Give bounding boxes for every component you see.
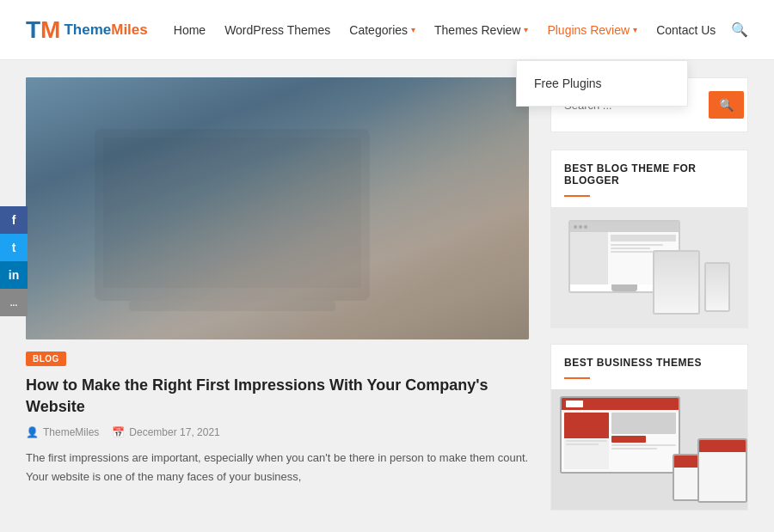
business-tablet: [697, 438, 747, 503]
facebook-button[interactable]: f: [0, 206, 28, 234]
chevron-down-icon: ▾: [411, 25, 415, 34]
search-button[interactable]: 🔍: [709, 91, 744, 119]
nav-categories[interactable]: Categories: [349, 23, 408, 37]
nav-themes-review[interactable]: Themes Review: [434, 23, 520, 37]
svg-rect-3: [129, 301, 335, 311]
blog-theme-widget: BEST BLOG THEME FOR BLOGGER: [550, 150, 748, 328]
twitter-button[interactable]: t: [0, 234, 28, 261]
dropdown-free-plugins[interactable]: Free Plugins: [517, 68, 687, 99]
nav-home[interactable]: Home: [174, 23, 206, 37]
post-excerpt: The first impressions are important, esp…: [26, 449, 529, 486]
post-date: 📅 December 17, 2021: [112, 426, 219, 438]
business-mock: [551, 389, 747, 510]
post-category-badge[interactable]: BLOG: [26, 352, 66, 366]
nav-contact-us[interactable]: Contact Us: [656, 23, 716, 37]
mockup-phone: [704, 262, 730, 312]
main-content: BLOG How to Make the Right First Impress…: [26, 77, 529, 515]
mockup-tablet: [653, 250, 700, 315]
logo-text: ThemeMiles: [64, 21, 147, 39]
logo[interactable]: TM ThemeMiles: [26, 18, 148, 42]
svg-rect-2: [103, 138, 361, 288]
nav-themes-review-dropdown[interactable]: Themes Review ▾: [434, 23, 528, 37]
logo-m: M: [40, 16, 60, 43]
chevron-down-icon: ▾: [524, 25, 528, 34]
nav-wordpress-themes[interactable]: WordPress Themes: [224, 23, 330, 37]
main-wrapper: BLOG How to Make the Right First Impress…: [0, 60, 774, 532]
nav-plugins-review-dropdown[interactable]: Plugins Review ▾: [547, 23, 637, 37]
chevron-down-icon: ▾: [633, 25, 637, 34]
calendar-icon: 📅: [112, 426, 125, 438]
featured-image: [26, 77, 529, 339]
blog-theme-image[interactable]: [551, 207, 747, 327]
linkedin-button[interactable]: in: [0, 261, 28, 289]
post-title: How to Make the Right First Impressions …: [26, 375, 529, 418]
plugins-review-dropdown-menu: Free Plugins: [516, 60, 688, 107]
widget-title-bar-2: [564, 377, 590, 379]
business-themes-widget: BEST BUSINESS THEMES: [550, 344, 748, 511]
blog-theme-title: BEST BLOG THEME FOR BLOGGER: [551, 150, 747, 195]
site-header: TM ThemeMiles Home WordPress Themes Cate…: [0, 0, 774, 60]
business-laptop: [560, 396, 680, 474]
author-icon: 👤: [26, 426, 39, 438]
business-themes-title: BEST BUSINESS THEMES: [551, 345, 747, 377]
logo-tm: TM: [26, 18, 60, 42]
business-phone: [673, 454, 700, 501]
search-icon[interactable]: 🔍: [731, 21, 748, 38]
post-meta: 👤 ThemeMiles 📅 December 17, 2021: [26, 426, 529, 438]
logo-t: T: [26, 16, 40, 43]
more-social-button[interactable]: ...: [0, 289, 28, 316]
widget-title-bar: [564, 195, 590, 197]
social-sidebar: f t in ...: [0, 206, 28, 316]
post-author: 👤 ThemeMiles: [26, 426, 99, 438]
main-nav: Home WordPress Themes Categories ▾ Theme…: [174, 23, 731, 37]
business-themes-image[interactable]: [551, 389, 747, 510]
sidebar: 🔍 BEST BLOG THEME FOR BLOGGER: [550, 77, 748, 515]
blog-theme-mock: [551, 207, 747, 327]
scene-overlay: [26, 77, 439, 339]
nav-categories-dropdown[interactable]: Categories ▾: [349, 23, 415, 37]
nav-plugins-review[interactable]: Plugins Review: [547, 23, 630, 37]
